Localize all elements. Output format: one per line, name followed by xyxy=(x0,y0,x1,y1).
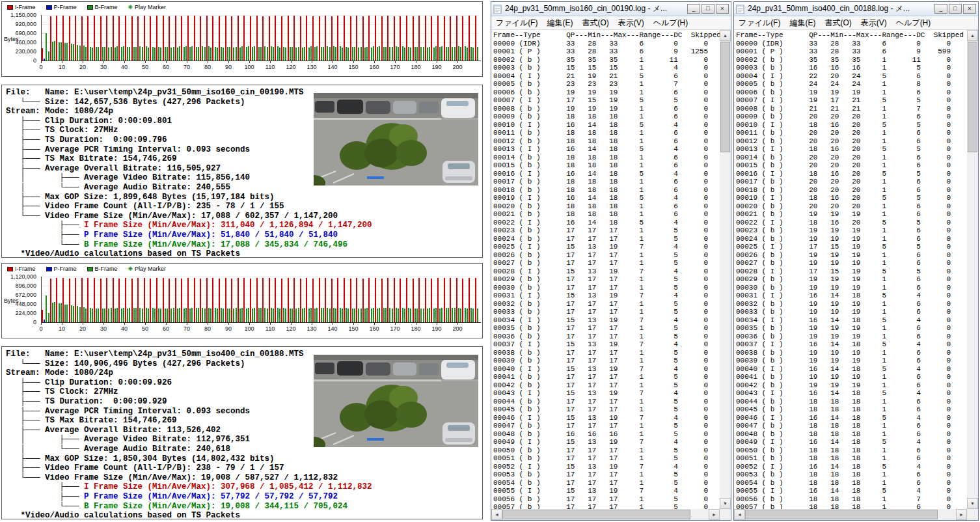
menu-edit[interactable]: 編集(E) xyxy=(542,16,577,30)
vertical-scroll-thumb[interactable] xyxy=(720,42,730,152)
p-frame-swatch-icon xyxy=(46,267,52,271)
notepad-window-2: 24p_pv31_50mm_iso400_cin_00188.log - メ..… xyxy=(733,1,979,521)
legend-label-p-frame: P-Frame xyxy=(54,4,77,10)
legend-label-p-frame: P-Frame xyxy=(54,266,77,272)
legend-label-b-frame: B-Frame xyxy=(95,4,118,10)
y-tick-label: 690,000 xyxy=(15,30,36,36)
notepad-icon xyxy=(736,5,745,14)
menu-format[interactable]: 書式(O) xyxy=(820,16,856,30)
title-bar[interactable]: 24p_pv31_50mm_iso400_cin_00188.log - メ..… xyxy=(734,2,978,16)
notepad-icon xyxy=(493,5,502,14)
menu-file[interactable]: ファイル(F) xyxy=(734,16,785,30)
horizontal-scroll-thumb[interactable] xyxy=(745,510,938,519)
horizontal-scrollbar[interactable]: ◄ ► xyxy=(734,509,967,520)
legend-label-b-frame: B-Frame xyxy=(95,266,118,272)
window-title: 24p_pv31_50mm_iso160_cin_00190.log - メ..… xyxy=(505,3,685,14)
menu-format[interactable]: 書式(O) xyxy=(577,16,613,30)
y-tick-label: 672,000 xyxy=(15,292,36,298)
play-marker-icon: ✳ xyxy=(128,4,133,10)
scroll-up-button[interactable]: ▲ xyxy=(967,30,978,41)
bitrate-plot xyxy=(41,15,478,61)
y-tick-label: 0 xyxy=(33,319,36,325)
video-preview-frame xyxy=(314,355,478,447)
menu-view[interactable]: 表示(V) xyxy=(614,16,649,30)
menu-file[interactable]: ファイル(F) xyxy=(491,16,542,30)
horizontal-scroll-thumb[interactable] xyxy=(502,510,690,519)
play-marker-icon: ✳ xyxy=(128,266,133,272)
analysis-panel-1: File: Name: E:\user\temp\24p_pv31_50mm_i… xyxy=(1,85,483,258)
legend-label-play-marker: Play Marker xyxy=(135,4,166,10)
bitrate-chart-2: I-Frame P-Frame B-Frame ✳Play Marker Byt… xyxy=(1,263,483,338)
b-frame-swatch-icon xyxy=(87,267,93,271)
menu-edit[interactable]: 編集(E) xyxy=(785,16,820,30)
y-tick-label: 448,000 xyxy=(15,301,36,307)
y-tick-label: 230,000 xyxy=(15,48,36,55)
bitrate-plot xyxy=(41,277,478,322)
scroll-down-button[interactable]: ▼ xyxy=(720,498,731,509)
log-text-area[interactable]: Frame--Type QP---Min---Max---Range---DC … xyxy=(736,31,967,509)
play-marker-line xyxy=(367,438,384,441)
close-button[interactable]: × xyxy=(963,4,976,14)
notepad-window-1: 24p_pv31_50mm_iso160_cin_00190.log - メ..… xyxy=(491,1,731,521)
scroll-right-button[interactable]: ► xyxy=(709,509,720,520)
p-frame-swatch-icon xyxy=(46,5,52,10)
video-preview-frame xyxy=(314,93,478,185)
legend-label-i-frame: I-Frame xyxy=(15,4,36,10)
x-axis: 0102030405060708090100110120130140150160… xyxy=(41,322,481,333)
video-thumbnail xyxy=(314,355,478,447)
scroll-left-button[interactable]: ◄ xyxy=(491,509,502,520)
scrollbar-corner xyxy=(967,509,978,520)
y-tick-label: 1,150,000 xyxy=(10,12,36,18)
log-text-area[interactable]: Frame--Type QP---Min---Max---Range---DC … xyxy=(493,31,720,509)
legend-label-play-marker: Play Marker xyxy=(135,266,166,272)
title-bar[interactable]: 24p_pv31_50mm_iso160_cin_00190.log - メ..… xyxy=(491,2,731,16)
menu-bar: ファイル(F) 編集(E) 書式(O) 表示(V) ヘルプ(H) xyxy=(491,16,731,30)
i-frame-swatch-icon xyxy=(7,5,13,10)
close-button[interactable]: × xyxy=(716,4,729,14)
play-marker-line xyxy=(367,176,384,179)
menu-view[interactable]: 表示(V) xyxy=(856,16,892,30)
y-tick-label: 0 xyxy=(33,57,36,64)
menu-bar: ファイル(F) 編集(E) 書式(O) 表示(V) ヘルプ(H) xyxy=(734,16,978,30)
y-axis-labels: 1,150,000 920,000 690,000 460,000 230,00… xyxy=(2,15,38,61)
scroll-up-button[interactable]: ▲ xyxy=(720,30,731,41)
legend-label-i-frame: I-Frame xyxy=(15,266,36,272)
y-tick-label: 460,000 xyxy=(15,39,36,46)
chart-legend: I-Frame P-Frame B-Frame ✳Play Marker xyxy=(7,266,166,272)
vertical-scroll-thumb[interactable] xyxy=(968,42,977,152)
y-axis-labels: 1,120,000 896,000 672,000 448,000 224,00… xyxy=(2,277,38,322)
y-tick-label: 224,000 xyxy=(15,310,36,316)
x-axis: 0102030405060708090100110120130140150160… xyxy=(41,61,481,71)
scroll-right-button[interactable]: ► xyxy=(956,509,967,520)
y-tick-label: 1,120,000 xyxy=(10,273,36,280)
analysis-panel-2: File: Name: E:\user\temp\24p_pv31_50mm_i… xyxy=(1,346,483,519)
minimize-button[interactable]: _ xyxy=(934,4,947,14)
horizontal-scrollbar[interactable]: ◄ ► xyxy=(491,509,720,520)
y-tick-label: 896,000 xyxy=(15,282,36,289)
maximize-button[interactable]: □ xyxy=(949,4,962,14)
minimize-button[interactable]: _ xyxy=(687,4,700,14)
chart-legend: I-Frame P-Frame B-Frame ✳Play Marker xyxy=(7,4,166,10)
maximize-button[interactable]: □ xyxy=(701,4,715,14)
video-thumbnail xyxy=(314,93,478,185)
menu-help[interactable]: ヘルプ(H) xyxy=(649,16,693,30)
window-title: 24p_pv31_50mm_iso400_cin_00188.log - メ..… xyxy=(748,3,932,14)
vertical-scrollbar[interactable]: ▲ ▼ xyxy=(967,30,978,509)
y-tick-label: 920,000 xyxy=(15,21,36,27)
scroll-left-button[interactable]: ◄ xyxy=(734,509,745,520)
vertical-scrollbar[interactable]: ▲ ▼ xyxy=(720,30,731,509)
menu-help[interactable]: ヘルプ(H) xyxy=(892,16,936,30)
b-frame-swatch-icon xyxy=(87,5,93,10)
scrollbar-corner xyxy=(720,509,731,520)
bitrate-chart-1: I-Frame P-Frame B-Frame ✳Play Marker Byt… xyxy=(1,1,483,77)
scroll-down-button[interactable]: ▼ xyxy=(967,498,978,509)
i-frame-swatch-icon xyxy=(7,267,13,271)
